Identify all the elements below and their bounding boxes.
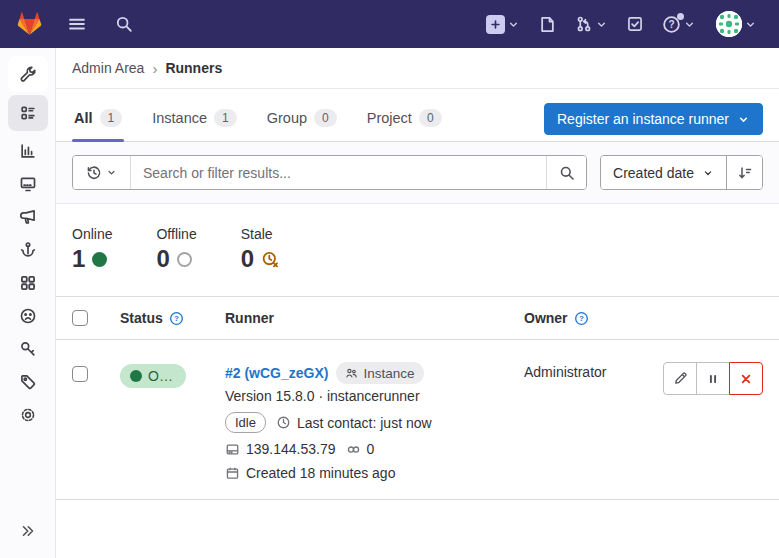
frown-face-icon	[19, 307, 37, 325]
register-instance-runner-button[interactable]: Register an instance runner	[544, 103, 763, 135]
select-all-checkbox[interactable]	[72, 310, 88, 326]
breadcrumb: Admin Area › Runners	[56, 48, 779, 89]
tab-project[interactable]: Project 0	[365, 103, 444, 141]
chevron-down-icon	[737, 113, 750, 126]
last-contact: Last contact: just now	[297, 415, 432, 431]
search-icon	[559, 165, 575, 181]
chevron-down-icon	[702, 167, 714, 179]
recent-searches-dropdown[interactable]	[73, 156, 131, 189]
status-badge: Online	[120, 364, 186, 388]
sidebar-item-overview[interactable]	[8, 95, 48, 131]
filter-bar: Created date	[56, 142, 779, 204]
breadcrumb-admin-area[interactable]: Admin Area	[72, 60, 144, 76]
column-header-owner: Owner ?	[508, 297, 647, 339]
status-online-icon	[92, 252, 107, 267]
edit-runner-button[interactable]	[663, 362, 697, 395]
stale-count: 0	[241, 246, 254, 272]
megaphone-icon	[19, 208, 37, 226]
todos-icon[interactable]	[622, 11, 648, 37]
sort-descending-icon	[737, 165, 753, 181]
monitor-icon	[19, 175, 37, 193]
sidebar-item-monitoring[interactable]	[8, 167, 48, 200]
chevron-down-icon	[595, 18, 608, 31]
svg-text:?: ?	[174, 314, 179, 323]
chevron-double-right-icon	[20, 523, 36, 539]
sidebar-item-admin-overview[interactable]	[8, 56, 48, 92]
issues-icon[interactable]	[534, 11, 561, 38]
chevron-down-icon	[744, 18, 757, 31]
bar-chart-icon	[19, 142, 37, 160]
user-menu-button[interactable]	[710, 7, 763, 41]
notification-dot	[677, 13, 684, 20]
stat-stale: Stale 0	[241, 226, 280, 272]
pause-runner-button[interactable]	[696, 362, 730, 395]
hamburger-menu-button[interactable]	[63, 10, 91, 38]
close-icon	[739, 372, 753, 386]
runner-type-badge: Instance	[336, 362, 423, 384]
runner-stats: Online 1 Offline 0 Stale 0	[56, 204, 779, 296]
tab-group-count: 0	[314, 109, 337, 127]
chevron-down-icon	[507, 18, 520, 31]
tab-group[interactable]: Group 0	[265, 103, 339, 141]
pause-icon	[706, 372, 720, 386]
clock-icon	[276, 415, 291, 430]
key-icon	[19, 340, 37, 358]
plus-icon	[486, 15, 505, 34]
merge-requests-button[interactable]	[569, 11, 614, 37]
new-menu-button[interactable]	[480, 11, 526, 38]
calendar-icon	[225, 466, 240, 481]
question-icon[interactable]: ?	[574, 311, 589, 326]
admin-sidebar	[0, 48, 56, 558]
tab-all[interactable]: All 1	[72, 103, 124, 141]
online-dot-icon	[130, 370, 142, 382]
stat-offline: Offline 0	[156, 226, 196, 272]
runner-row: Online #2 (wCG_zeGX) Instance Version 15…	[56, 340, 779, 500]
hook-icon	[19, 241, 37, 259]
svg-text:?: ?	[668, 19, 674, 30]
status-offline-icon	[177, 252, 192, 267]
filtered-search	[72, 155, 587, 190]
history-icon	[86, 165, 102, 181]
sidebar-item-abuse-reports[interactable]	[8, 299, 48, 332]
tab-project-count: 0	[419, 109, 442, 127]
delete-runner-button[interactable]	[729, 362, 763, 395]
runner-owner: Administrator	[508, 340, 647, 380]
sidebar-item-applications[interactable]	[8, 266, 48, 299]
tab-instance[interactable]: Instance 1	[150, 103, 239, 141]
sidebar-item-labels[interactable]	[8, 365, 48, 398]
search-icon[interactable]	[111, 11, 137, 37]
row-checkbox[interactable]	[72, 366, 88, 382]
sidebar-expand-button[interactable]	[8, 514, 48, 548]
wrench-icon	[19, 65, 37, 83]
sidebar-item-messages[interactable]	[8, 200, 48, 233]
top-navbar: ?	[0, 0, 779, 48]
sort-direction-button[interactable]	[726, 156, 762, 189]
status-stale-icon	[261, 250, 280, 269]
gitlab-logo-icon[interactable]	[16, 11, 43, 38]
tab-all-count: 1	[100, 109, 123, 127]
sidebar-item-system-hooks[interactable]	[8, 233, 48, 266]
sidebar-item-analytics[interactable]	[8, 134, 48, 167]
sort-control: Created date	[600, 155, 763, 190]
sort-by-dropdown[interactable]: Created date	[601, 156, 726, 189]
question-icon[interactable]: ?	[169, 311, 184, 326]
offline-count: 0	[156, 246, 169, 272]
merge-request-icon	[575, 15, 593, 33]
sidebar-item-settings[interactable]	[8, 398, 48, 431]
idle-badge: Idle	[225, 412, 266, 433]
link-icon	[346, 442, 361, 457]
runner-summary-cell: #2 (wCG_zeGX) Instance Version 15.8.0 · …	[209, 340, 508, 481]
breadcrumb-runners: Runners	[165, 60, 222, 76]
help-menu-button[interactable]: ?	[656, 11, 702, 38]
online-count: 1	[72, 246, 85, 272]
search-submit-button[interactable]	[546, 156, 586, 189]
tab-instance-count: 1	[214, 109, 237, 127]
runner-link[interactable]: #2 (wCG_zeGX)	[225, 365, 328, 381]
stat-online: Online 1	[72, 226, 112, 272]
overview-icon	[19, 104, 37, 122]
search-input[interactable]	[131, 156, 546, 189]
sidebar-item-deploy-keys[interactable]	[8, 332, 48, 365]
runner-version: Version 15.8.0 · instancerunner	[225, 388, 508, 404]
gear-icon	[19, 406, 37, 424]
pencil-icon	[673, 371, 688, 386]
